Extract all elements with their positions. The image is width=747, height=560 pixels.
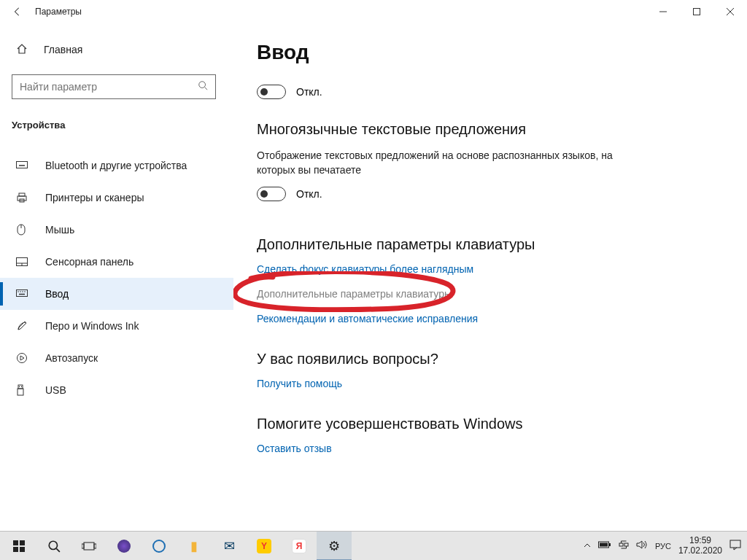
- toggle-2[interactable]: [257, 187, 286, 201]
- minimize-button[interactable]: [646, 0, 680, 23]
- link-recommendations[interactable]: Рекомендации и автоматические исправлени…: [257, 313, 718, 324]
- svg-point-23: [22, 291, 23, 292]
- link-get-help[interactable]: Получить помощь: [257, 378, 718, 389]
- svg-rect-38: [82, 544, 84, 548]
- sidebar-item-typing[interactable]: Ввод: [0, 278, 233, 310]
- tray-network-icon[interactable]: [619, 540, 629, 552]
- home-icon: [16, 43, 29, 57]
- sidebar-item-label: Перо и Windows Ink: [45, 320, 139, 332]
- mail-icon: ✉: [224, 538, 235, 554]
- tray-time: 19:59: [678, 536, 722, 546]
- printer-icon: [16, 192, 29, 203]
- tray-battery-icon[interactable]: [598, 540, 611, 551]
- touchpad-icon: [16, 257, 29, 267]
- svg-point-22: [20, 291, 21, 292]
- svg-rect-6: [17, 162, 28, 168]
- back-button[interactable]: [6, 0, 29, 23]
- tray-datetime[interactable]: 19:59 17.02.2020: [678, 536, 722, 556]
- sidebar-item-label: Bluetooth и другие устройства: [45, 160, 187, 171]
- sidebar-item-label: Сенсорная панель: [45, 256, 133, 268]
- taskbar-app-settings[interactable]: ⚙: [317, 532, 352, 561]
- section-multilang-heading: Многоязычные текстовые предложения: [257, 121, 718, 138]
- section-multilang-desc: Отображение текстовых предложений на осн…: [257, 148, 622, 178]
- taskbar-search[interactable]: [36, 532, 71, 561]
- taskbar-app-mail[interactable]: ✉: [212, 532, 247, 561]
- search-input[interactable]: [20, 81, 198, 93]
- toggle-2-label: Откл.: [296, 188, 322, 200]
- taskbar-app-edge[interactable]: [142, 532, 177, 561]
- gear-icon: ⚙: [328, 538, 340, 554]
- typing-icon: [16, 289, 29, 299]
- svg-point-4: [199, 82, 206, 88]
- folder-icon: ▮: [190, 538, 198, 554]
- sidebar-item-mouse[interactable]: Мышь: [0, 214, 233, 246]
- sidebar-item-printers[interactable]: Принтеры и сканеры: [0, 182, 233, 214]
- svg-rect-20: [17, 290, 28, 297]
- yandex-red-icon: Я: [292, 539, 306, 553]
- maximize-button[interactable]: [680, 0, 713, 23]
- section-advanced-heading: Дополнительные параметры клавиатуры: [257, 236, 718, 253]
- sidebar-item-touchpad[interactable]: Сенсорная панель: [0, 246, 233, 278]
- edge-icon: [152, 540, 166, 553]
- window-title: Параметры: [35, 7, 82, 17]
- svg-line-5: [205, 88, 208, 90]
- sidebar-home[interactable]: Главная: [12, 35, 233, 64]
- search-input-container[interactable]: [12, 74, 216, 99]
- svg-line-36: [56, 548, 60, 552]
- link-keyboard-focus[interactable]: Сделать фокус клавиатуры более наглядным: [257, 263, 718, 275]
- search-icon: [198, 80, 208, 93]
- yandex-icon: Y: [257, 539, 271, 553]
- mouse-icon: [16, 224, 29, 236]
- svg-rect-41: [609, 543, 611, 546]
- svg-rect-39: [94, 544, 96, 548]
- sidebar-home-label: Главная: [44, 44, 82, 55]
- svg-rect-49: [730, 540, 740, 548]
- tray-action-center-icon[interactable]: [729, 539, 741, 553]
- sidebar-item-label: USB: [45, 384, 66, 396]
- taskbar-app-yandex1[interactable]: Y: [247, 532, 282, 561]
- pen-icon: [16, 320, 29, 332]
- link-feedback[interactable]: Оставить отзыв: [257, 443, 718, 454]
- svg-rect-12: [18, 196, 26, 201]
- sidebar-item-label: Автозапуск: [45, 352, 98, 364]
- svg-rect-34: [20, 547, 25, 552]
- sidebar-item-autoplay[interactable]: Автозапуск: [0, 342, 233, 374]
- autoplay-icon: [16, 352, 29, 364]
- tray-language[interactable]: РУС: [655, 542, 671, 551]
- svg-point-26: [18, 354, 27, 363]
- svg-rect-28: [18, 389, 23, 395]
- taskbar-app-alice[interactable]: [107, 532, 142, 561]
- sidebar-group-label: Устройства: [12, 120, 233, 131]
- sidebar-item-label: Ввод: [45, 288, 69, 300]
- svg-rect-33: [13, 547, 18, 552]
- taskbar-app-yandex2[interactable]: Я: [282, 532, 317, 561]
- tray-chevron-icon[interactable]: [584, 541, 591, 551]
- sidebar-item-bluetooth[interactable]: Bluetooth и другие устройства: [0, 149, 233, 182]
- tray-date: 17.02.2020: [678, 546, 722, 556]
- svg-rect-31: [13, 540, 18, 545]
- sidebar-item-pen[interactable]: Перо и Windows Ink: [0, 310, 233, 342]
- taskbar-taskview[interactable]: [71, 532, 107, 561]
- svg-point-35: [49, 541, 57, 549]
- sidebar-item-usb[interactable]: USB: [0, 374, 233, 406]
- svg-point-24: [24, 291, 26, 292]
- section-improve-heading: Помогите усовершенствовать Windows: [257, 416, 718, 432]
- section-questions-heading: У вас появились вопросы?: [257, 351, 718, 368]
- start-button[interactable]: [1, 532, 36, 561]
- close-button[interactable]: [713, 0, 747, 23]
- sidebar: Главная Устройства Bluetooth и другие ус…: [0, 23, 233, 531]
- tray-volume-icon[interactable]: [636, 540, 648, 552]
- taskbar-app-explorer[interactable]: ▮: [177, 532, 212, 561]
- alice-icon: [117, 540, 131, 553]
- svg-rect-13: [19, 193, 25, 196]
- toggle-1[interactable]: [257, 85, 286, 99]
- svg-point-21: [18, 291, 19, 292]
- content-area: Ввод Откл. Многоязычные текстовые предло…: [233, 23, 747, 531]
- taskbar: ▮ ✉ Y Я ⚙ РУС 19:59 17.02.2020: [0, 531, 747, 560]
- usb-icon: [16, 384, 29, 396]
- keyboard-icon: [16, 160, 29, 171]
- svg-rect-42: [600, 543, 608, 547]
- link-advanced-keyboard[interactable]: Дополнительные параметры клавиатуры: [257, 288, 718, 300]
- svg-rect-32: [20, 540, 25, 545]
- svg-rect-37: [84, 542, 94, 550]
